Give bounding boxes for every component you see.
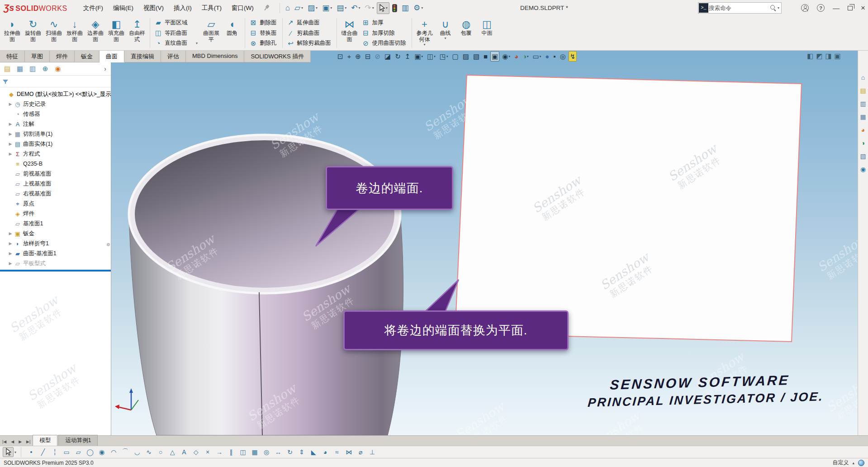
sweep-surface-button[interactable]: ∿扫描曲面 bbox=[43, 17, 64, 49]
menu-文件(F)[interactable]: 文件(F) bbox=[79, 2, 107, 14]
rollback-bar[interactable] bbox=[0, 270, 111, 272]
sketch-intersect-icon[interactable]: ⋈ bbox=[343, 447, 354, 457]
featuremanager-tree-icon[interactable]: ▤ bbox=[2, 63, 13, 74]
expand-arrow-icon[interactable]: ▶ bbox=[7, 241, 14, 246]
print-icon[interactable]: ▤▾ bbox=[335, 2, 348, 14]
freeform-button[interactable]: ↥自由样式 bbox=[127, 17, 147, 49]
camera-view-icon[interactable]: ◎ bbox=[559, 51, 567, 62]
ambient-occlusion-icon[interactable]: ● bbox=[544, 51, 550, 62]
custom-properties-icon[interactable]: ▧ bbox=[860, 153, 866, 159]
dropdown-arrow-icon[interactable]: ▾ bbox=[345, 6, 346, 10]
extrude-surface-button[interactable]: ◗拉伸曲面 bbox=[2, 17, 23, 49]
menu-窗口(W)[interactable]: 窗口(W) bbox=[228, 2, 258, 14]
zoom-to-fit-icon[interactable]: ⊡ bbox=[336, 51, 345, 62]
delete-hole-button[interactable]: ⊗删除孔 bbox=[247, 38, 280, 48]
tree-item-注解[interactable]: ▶A注解 bbox=[1, 119, 111, 129]
sketch-3point-arc-icon[interactable]: ⌒ bbox=[120, 447, 131, 457]
hidden-lines-removed-icon[interactable]: ▧ bbox=[472, 51, 481, 62]
sketch-tangent-arc-icon[interactable]: ◡ bbox=[132, 447, 142, 457]
expand-arrow-icon[interactable]: ▶ bbox=[7, 142, 14, 146]
dropdown-arrow-icon[interactable]: ▾ bbox=[422, 55, 423, 58]
tab-特征[interactable]: 特征 bbox=[0, 51, 25, 62]
rebuild-icon[interactable] bbox=[390, 2, 399, 14]
save-icon[interactable]: ▣▾ bbox=[320, 2, 334, 14]
tab-直接编辑[interactable]: 直接编辑 bbox=[124, 51, 161, 62]
sketch-relations-icon[interactable]: ⊥ bbox=[367, 447, 378, 457]
options-icon[interactable]: ⚙▾ bbox=[412, 2, 425, 14]
tree-item-曲面实体(1)[interactable]: ▶▤曲面实体(1) bbox=[1, 139, 111, 149]
revolve-surface-button[interactable]: ↻旋转曲面 bbox=[23, 17, 43, 49]
offset-surface-button[interactable]: ◫等距曲面 bbox=[152, 28, 201, 38]
dropdown-arrow-icon[interactable]: ▾ bbox=[316, 6, 318, 10]
expand-arrow-icon[interactable]: ▶ bbox=[7, 261, 14, 266]
sketch-spline-icon[interactable]: ∿ bbox=[143, 447, 154, 457]
tree-item-方程式[interactable]: ▶Σ方程式 bbox=[1, 149, 111, 159]
model-nav-button[interactable]: ◀ bbox=[9, 438, 16, 446]
untrim-surface-button[interactable]: ↩解除剪裁曲面 bbox=[285, 38, 334, 48]
model-tab-运动算例1[interactable]: 运动算例1 bbox=[58, 435, 98, 446]
loft-surface-button[interactable]: ↓放样曲面 bbox=[64, 17, 85, 49]
tree-root-item[interactable]: ◆DEMO (默认<按加工>) <<默认>_显示 bbox=[1, 89, 111, 99]
shaded-icon[interactable]: ■ bbox=[482, 51, 489, 62]
edit-appearance-icon[interactable]: ◕ bbox=[513, 51, 520, 62]
thicken-cut-button[interactable]: ⊟加厚切除 bbox=[360, 28, 409, 38]
dropdown-arrow-icon[interactable]: ▾ bbox=[540, 55, 541, 58]
displaymanager-icon[interactable]: ◉ bbox=[52, 63, 63, 74]
design-library-icon[interactable]: ▤ bbox=[860, 87, 866, 94]
sketch-line-icon[interactable]: ╱ bbox=[38, 447, 48, 457]
select-tool-icon[interactable]: ▾ bbox=[377, 2, 389, 14]
expand-arrow-icon[interactable]: ▶ bbox=[7, 231, 14, 236]
dropdown-arrow-icon[interactable]: ▾ bbox=[424, 43, 426, 47]
tree-item-焊件[interactable]: ◈焊件 bbox=[1, 209, 111, 219]
named-views-icon[interactable]: ▣▾ bbox=[413, 51, 424, 62]
dropdown-arrow-icon[interactable]: ▾ bbox=[434, 55, 436, 58]
dropdown-arrow-icon[interactable]: ▾ bbox=[196, 41, 198, 45]
tree-filter-bar[interactable] bbox=[0, 76, 111, 87]
instant3d-icon[interactable]: ↯ bbox=[569, 51, 577, 62]
model-nav-button[interactable]: ▶ bbox=[16, 438, 24, 446]
delete-face-button[interactable]: ⊠删除面 bbox=[247, 18, 280, 28]
zoom-in-out-icon[interactable]: ⊕ bbox=[354, 51, 362, 62]
open-icon[interactable]: ▨▾ bbox=[306, 2, 319, 14]
tree-item-基准面1[interactable]: ▱基准面1 bbox=[1, 219, 111, 229]
cylinder-inside-face[interactable] bbox=[135, 140, 394, 288]
tab-曲面[interactable]: 曲面 bbox=[100, 51, 124, 62]
dropdown-arrow-icon[interactable]: ▾ bbox=[359, 6, 360, 10]
menu-工具(T)[interactable]: 工具(T) bbox=[198, 2, 226, 14]
select-tool-button[interactable] bbox=[3, 447, 14, 457]
viewport-single-icon[interactable]: ▣ bbox=[835, 52, 841, 60]
dropdown-arrow-icon[interactable]: ▾ bbox=[330, 6, 332, 10]
expand-arrow-icon[interactable]: ▶ bbox=[7, 132, 14, 136]
tree-item-平板型式[interactable]: ▶▱平板型式 bbox=[1, 258, 111, 268]
dimxpertmanager-icon[interactable]: ⊕ bbox=[40, 63, 51, 74]
sketch-centerline-icon[interactable]: ╎ bbox=[49, 447, 60, 457]
tree-item-上视基准面[interactable]: ▱上视基准面 bbox=[1, 179, 111, 189]
expand-arrow-icon[interactable]: ▶ bbox=[7, 122, 14, 126]
command-search[interactable]: >_ ▾ bbox=[698, 2, 782, 14]
sketch-circular-pattern-icon[interactable]: ◎ bbox=[261, 447, 272, 457]
sketch-move-icon[interactable]: ↔ bbox=[273, 447, 284, 457]
sketch-linear-pattern-icon[interactable]: ▦ bbox=[249, 447, 260, 457]
section-view-icon[interactable]: ◪ bbox=[383, 51, 392, 62]
rotate-view-icon[interactable]: ↻ bbox=[394, 51, 402, 62]
sketch-perimeter-circle-icon[interactable]: ◉ bbox=[96, 447, 107, 457]
shaded-with-edges-icon[interactable]: ▣ bbox=[490, 51, 499, 62]
replacement-plane-face[interactable] bbox=[455, 75, 802, 342]
appearances-icon[interactable]: ◕ bbox=[861, 127, 865, 133]
extend-surface-button[interactable]: ↗延伸曲面 bbox=[285, 18, 334, 28]
panel-splitter-handle[interactable] bbox=[107, 243, 110, 246]
close-button[interactable]: × bbox=[861, 4, 865, 12]
help-icon[interactable]: ? bbox=[817, 4, 825, 12]
search-input[interactable] bbox=[709, 5, 770, 11]
pin-menu-button[interactable] bbox=[263, 5, 270, 11]
viewport-split-horizontal-icon[interactable]: ◩ bbox=[816, 52, 822, 60]
search-icon[interactable] bbox=[770, 5, 777, 11]
viewport-split-vertical-icon[interactable]: ◨ bbox=[825, 52, 831, 60]
model-tab-模型[interactable]: 模型 bbox=[33, 435, 57, 446]
sketch-convert-icon[interactable]: ≈ bbox=[332, 447, 342, 457]
tree-item-钣金[interactable]: ▶▣钣金 bbox=[1, 229, 111, 238]
expand-arrow-icon[interactable]: ▶ bbox=[7, 251, 14, 256]
sketch-arc-icon[interactable]: ◠ bbox=[108, 447, 119, 457]
wireframe-icon[interactable]: ▢ bbox=[451, 51, 460, 62]
model-nav-button[interactable]: |◀ bbox=[0, 438, 9, 446]
